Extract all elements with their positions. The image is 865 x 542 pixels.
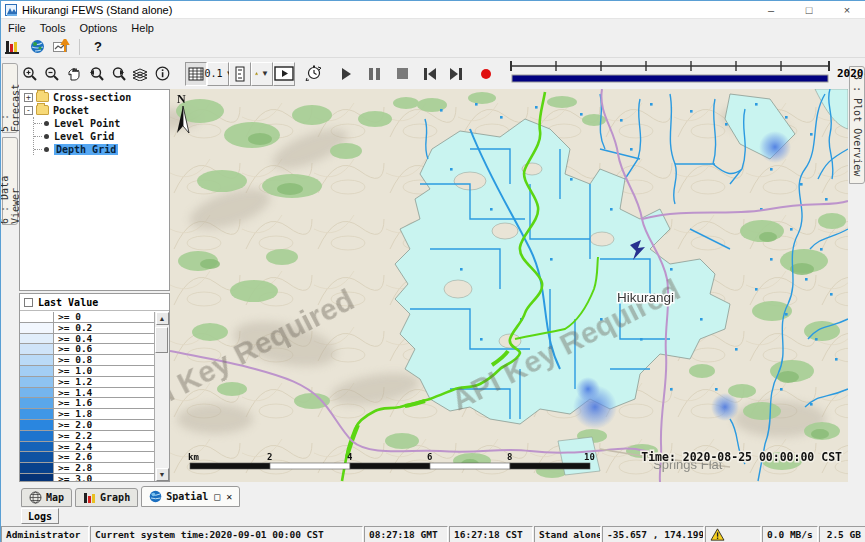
legend-color-swatch — [20, 377, 54, 387]
set-time-icon[interactable] — [303, 62, 325, 86]
warning-icon — [710, 528, 725, 541]
bar-chart-icon[interactable] — [1, 37, 25, 57]
blue-globe-icon — [149, 490, 162, 503]
tree-node-cross-section[interactable]: + Cross-section — [24, 91, 169, 103]
legend-row-label: >= 1.0 — [54, 366, 154, 376]
tree-leaf-label-selected[interactable]: Depth Grid — [54, 144, 118, 155]
close-tab-icon[interactable]: ✕ — [226, 491, 232, 502]
threshold-dropdown[interactable]: 0.1 ▼ — [207, 62, 229, 86]
legend-color-swatch — [20, 398, 54, 408]
filter-tree-panel[interactable]: + Cross-section - Pocket Level Point Lev… — [19, 89, 170, 291]
previous-step-icon[interactable] — [419, 62, 441, 86]
tree-leaf-level-grid[interactable]: Level Grid — [34, 130, 169, 142]
legend-row-label: >= 0.8 — [54, 355, 154, 365]
application-window: Hikurangi FEWS (Stand alone) – □ × FileT… — [0, 0, 865, 542]
close-icon[interactable]: × — [828, 1, 865, 19]
status-user: Administrator — [1, 526, 89, 542]
bullet-icon — [44, 134, 49, 139]
timeseries-chart-icon[interactable] — [49, 37, 73, 57]
zoom-next-icon[interactable] — [107, 62, 129, 86]
bullet-icon — [44, 121, 49, 126]
pause-icon[interactable] — [363, 62, 385, 86]
svg-text:N: N — [177, 92, 186, 106]
help-icon[interactable]: ? — [86, 37, 110, 57]
zoom-out-icon[interactable] — [41, 62, 63, 86]
scroll-up-icon[interactable]: ▲ — [156, 312, 169, 325]
layers-icon[interactable] — [129, 62, 151, 86]
bottom-bar: Map Graph Spatial □ ✕ Logs — [1, 482, 865, 526]
zoom-in-icon[interactable] — [19, 62, 41, 86]
scroll-down-icon[interactable]: ▼ — [156, 468, 169, 481]
logs-button[interactable]: Logs — [21, 508, 59, 524]
tree-node-label[interactable]: Cross-section — [53, 92, 131, 103]
legend-row-label: >= 2.6 — [54, 452, 154, 462]
pan-hand-icon[interactable] — [63, 62, 85, 86]
map-time-overlay: Time: 2020-08-25 00:00:00 CST — [641, 450, 842, 464]
status-gmt-time: 08:27:18 GMT — [364, 526, 448, 542]
play-icon[interactable] — [335, 62, 357, 86]
legend-row[interactable]: >= 2.2 — [20, 431, 154, 442]
tab-graph[interactable]: Graph — [75, 488, 138, 507]
longitudinal-profile-icon[interactable] — [229, 62, 251, 86]
record-icon[interactable] — [475, 62, 497, 86]
legend-row-label: >= 0.6 — [54, 344, 154, 354]
title-bar[interactable]: Hikurangi FEWS (Stand alone) – □ × — [1, 1, 865, 19]
tree-leaf-label[interactable]: Level Point — [54, 118, 120, 129]
status-warning-cell[interactable] — [705, 526, 761, 542]
tab-map-label: Map — [46, 492, 64, 503]
float-panel-icon[interactable]: □ — [214, 491, 220, 502]
legend-class-list: >= 0 >= 0.2 >= 0.4 >= 0.6 — [20, 312, 155, 481]
legend-panel: Last Value >= 0 >= 0.2 >= 0.4 — [19, 293, 170, 482]
expand-icon[interactable]: + — [24, 93, 33, 102]
maximize-icon[interactable]: □ — [790, 1, 828, 19]
legend-color-swatch — [20, 420, 54, 430]
info-icon[interactable] — [151, 62, 173, 86]
scrollbar-thumb[interactable] — [155, 327, 168, 353]
legend-color-swatch — [20, 344, 54, 354]
warning-icon — [255, 66, 258, 81]
menu-item[interactable]: Help — [124, 21, 161, 35]
tab-forecast[interactable]: 5 : Forecast — [2, 63, 18, 133]
menu-bar: FileToolsOptionsHelp — [1, 20, 865, 36]
status-bar: Administrator Current system time:2020-0… — [1, 526, 865, 542]
memory-label: 2.5 GB — [827, 529, 861, 540]
legend-color-swatch — [20, 323, 54, 333]
next-step-icon[interactable] — [445, 62, 467, 86]
tab-plot-overview[interactable]: 3 : Plot Overview — [849, 66, 865, 184]
tab-spatial[interactable]: Spatial □ ✕ — [141, 486, 240, 507]
status-net-speed: 0.0 MB/s — [762, 526, 818, 542]
tab-data-viewer[interactable]: 6 : Data Viewer — [2, 137, 18, 225]
last-value-checkbox[interactable] — [24, 298, 33, 307]
tree-leaf-label[interactable]: Level Grid — [54, 131, 114, 142]
legend-row[interactable]: >= 0.2 — [20, 323, 154, 334]
chevron-down-icon: ▼ — [261, 69, 269, 78]
menu-item[interactable]: Tools — [33, 21, 73, 35]
warning-dropdown[interactable]: ▼ — [251, 62, 273, 86]
legend-scrollbar[interactable]: ▲ ▼ — [155, 312, 169, 481]
timeline-span-bar — [512, 75, 828, 82]
legend-row[interactable]: >= 3.0 — [20, 474, 154, 481]
tab-map[interactable]: Map — [21, 488, 72, 507]
zoom-previous-icon[interactable] — [85, 62, 107, 86]
minimize-icon[interactable]: – — [752, 1, 790, 19]
tree-leaf-level-point[interactable]: Level Point — [34, 117, 169, 129]
toolbar-separator — [79, 39, 80, 55]
tree-node-label[interactable]: Pocket — [53, 105, 89, 116]
animation-display-icon[interactable] — [273, 62, 295, 86]
collapse-icon[interactable]: - — [24, 106, 33, 115]
app-icon — [5, 4, 17, 16]
legend-color-swatch — [20, 442, 54, 452]
menu-item[interactable]: File — [1, 21, 33, 35]
menu-item[interactable]: Options — [72, 21, 124, 35]
globe-wireframe-icon — [29, 491, 42, 504]
legend-row-label: >= 3.0 — [54, 474, 154, 481]
timeline-slider[interactable] — [509, 59, 831, 89]
tree-node-pocket[interactable]: - Pocket — [24, 104, 169, 116]
legend-row-label: >= 1.4 — [54, 388, 154, 398]
legend-color-swatch — [20, 334, 54, 344]
tree-leaf-depth-grid[interactable]: Depth Grid — [34, 143, 169, 155]
stop-icon[interactable] — [391, 62, 413, 86]
spatial-map-display[interactable]: API Key Required API Key Required Hikura… — [170, 89, 848, 482]
map-globe-icon[interactable] — [25, 37, 49, 57]
legend-row[interactable]: >= 1.2 — [20, 377, 154, 388]
